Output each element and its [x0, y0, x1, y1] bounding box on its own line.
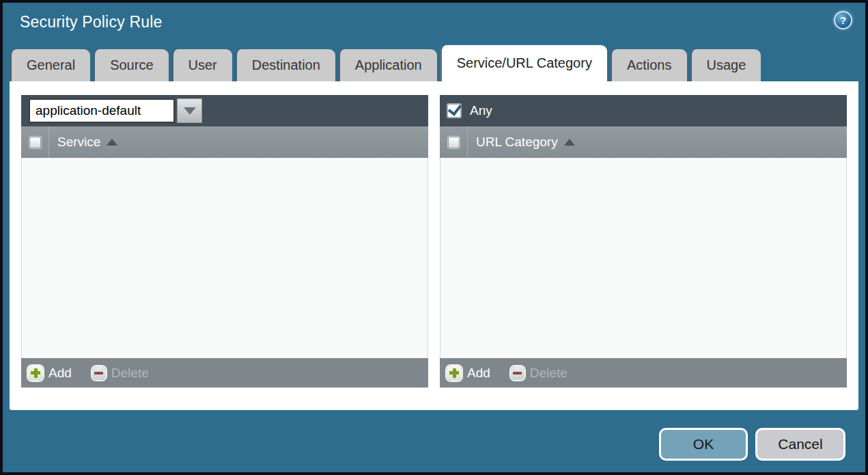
url-category-panel-footer: Add Delete — [440, 358, 847, 388]
add-icon — [28, 366, 43, 381]
tab-user[interactable]: User — [171, 49, 232, 81]
delete-icon — [92, 366, 106, 380]
tab-application[interactable]: Application — [338, 49, 437, 81]
tab-general[interactable]: General — [10, 49, 90, 81]
url-category-select-all-checkbox[interactable] — [448, 137, 460, 148]
ok-button[interactable]: OK — [659, 428, 748, 461]
url-category-select-all-cell — [440, 126, 468, 158]
sort-ascending-icon — [107, 139, 117, 146]
dialog-title: Security Policy Rule — [20, 13, 163, 31]
url-category-column-header: URL Category — [440, 126, 847, 158]
url-category-column-label: URL Category — [476, 135, 558, 150]
service-add-button[interactable]: Add — [28, 366, 72, 381]
url-category-delete-button[interactable]: Delete — [511, 366, 568, 381]
service-type-dropdown-button[interactable] — [177, 98, 202, 123]
tab-source[interactable]: Source — [93, 49, 168, 81]
service-panel-footer: Add Delete — [21, 358, 428, 388]
delete-icon — [511, 366, 524, 380]
tab-bar: General Source User Destination Applicat… — [3, 45, 865, 81]
url-category-column-sort[interactable]: URL Category — [476, 135, 575, 150]
chevron-down-icon — [184, 107, 196, 115]
service-type-value[interactable]: application-default — [29, 98, 175, 123]
service-panel: application-default Service Add — [21, 95, 428, 388]
dialog-actions: OK Cancel — [659, 428, 845, 461]
service-list — [21, 158, 428, 358]
security-policy-rule-dialog: { "dialog": { "title": "Security Policy … — [0, 0, 868, 475]
tab-service-url-category[interactable]: Service/URL Category — [440, 45, 607, 81]
service-type-dropdown: application-default — [29, 98, 202, 123]
service-column-label: Service — [57, 135, 100, 150]
help-icon[interactable]: ? — [834, 11, 852, 29]
service-delete-button[interactable]: Delete — [92, 366, 149, 381]
tab-destination[interactable]: Destination — [235, 49, 335, 81]
service-select-all-cell — [21, 126, 49, 158]
service-column-header: Service — [21, 126, 428, 158]
url-category-add-button[interactable]: Add — [447, 366, 490, 381]
sort-ascending-icon — [564, 139, 575, 146]
add-icon — [447, 366, 462, 381]
dialog-titlebar: Security Policy Rule ? — [3, 3, 865, 45]
url-category-list — [440, 158, 847, 358]
any-checkbox[interactable] — [447, 104, 461, 118]
url-category-panel: Any URL Category Add Delete — [440, 95, 847, 388]
url-category-panel-header: Any — [440, 95, 847, 126]
any-checkbox-row: Any — [447, 103, 492, 118]
service-panel-header: application-default — [21, 95, 428, 126]
tab-content: application-default Service Add — [10, 81, 858, 410]
any-checkbox-label: Any — [470, 103, 492, 118]
cancel-button[interactable]: Cancel — [755, 428, 845, 461]
service-select-all-checkbox[interactable] — [29, 137, 41, 148]
service-column-sort[interactable]: Service — [57, 135, 117, 150]
tab-actions[interactable]: Actions — [610, 49, 687, 81]
tab-usage[interactable]: Usage — [690, 49, 761, 81]
